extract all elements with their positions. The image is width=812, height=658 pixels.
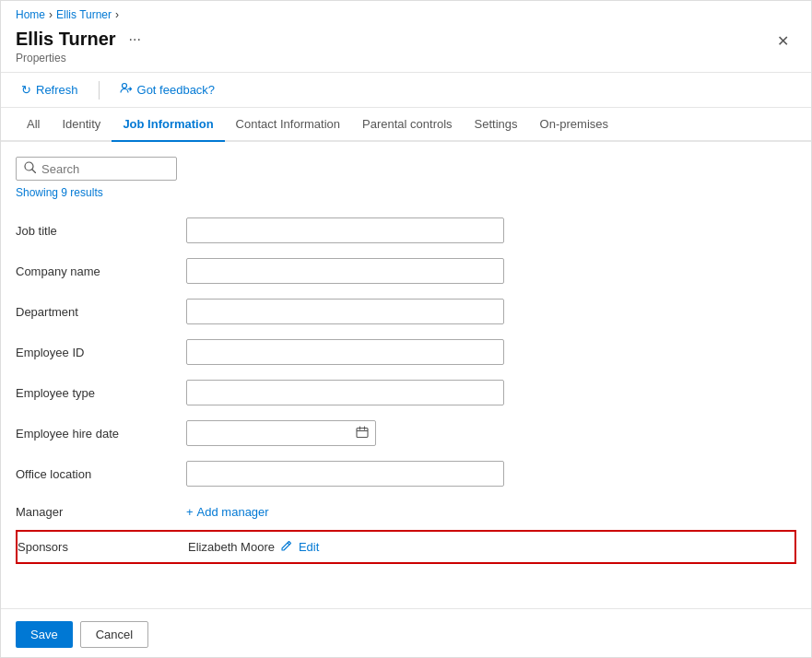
manager-row: Manager + Add manager bbox=[16, 494, 796, 530]
company-name-label: Company name bbox=[16, 264, 186, 278]
office-location-row: Office location bbox=[16, 453, 796, 494]
employee-type-field bbox=[186, 380, 504, 405]
employee-type-row: Employee type bbox=[16, 372, 796, 413]
toolbar: ↻ Refresh Got feedback? bbox=[1, 72, 811, 108]
tab-identity[interactable]: Identity bbox=[51, 108, 112, 142]
breadcrumb: Home › Ellis Turner › bbox=[1, 1, 811, 25]
add-manager-button[interactable]: + Add manager bbox=[186, 501, 269, 523]
tab-parental-controls[interactable]: Parental controls bbox=[351, 108, 464, 142]
job-title-label: Job title bbox=[16, 224, 186, 238]
employee-type-input[interactable] bbox=[186, 380, 504, 405]
tab-on-premises[interactable]: On-premises bbox=[529, 108, 619, 142]
feedback-icon bbox=[120, 82, 133, 98]
sponsors-value: Elizabeth Moore Edit bbox=[188, 539, 319, 555]
sponsors-label: Sponsors bbox=[18, 540, 188, 554]
company-name-row: Company name bbox=[16, 251, 796, 291]
office-location-label: Office location bbox=[16, 467, 186, 481]
tab-settings[interactable]: Settings bbox=[464, 108, 529, 142]
page-title: Ellis Turner bbox=[16, 29, 116, 50]
employee-hire-date-row: Employee hire date bbox=[16, 413, 796, 453]
header-left: Ellis Turner ··· Properties bbox=[16, 29, 147, 65]
header: Ellis Turner ··· Properties ✕ bbox=[1, 25, 811, 72]
employee-hire-date-wrapper bbox=[186, 420, 376, 446]
svg-line-7 bbox=[288, 543, 289, 545]
svg-rect-3 bbox=[357, 428, 368, 437]
job-title-row: Job title bbox=[16, 210, 796, 251]
sponsors-row: Sponsors Elizabeth Moore Edit bbox=[16, 530, 796, 564]
close-button[interactable]: ✕ bbox=[770, 29, 796, 53]
results-count: Showing 9 results bbox=[16, 186, 796, 199]
employee-id-label: Employee ID bbox=[16, 346, 186, 359]
breadcrumb-sep2: › bbox=[115, 8, 119, 21]
add-icon: + bbox=[186, 505, 194, 519]
department-label: Department bbox=[16, 305, 186, 319]
job-title-input[interactable] bbox=[186, 217, 504, 243]
cancel-button[interactable]: Cancel bbox=[80, 621, 148, 648]
company-name-field bbox=[186, 258, 504, 284]
properties-label: Properties bbox=[16, 52, 147, 65]
add-manager-label: Add manager bbox=[197, 505, 269, 519]
sponsors-edit-link[interactable]: Edit bbox=[299, 540, 319, 554]
sponsors-person-name: Elizabeth Moore bbox=[188, 540, 275, 554]
employee-hire-date-input[interactable] bbox=[186, 420, 376, 446]
search-icon bbox=[24, 161, 36, 176]
save-button[interactable]: Save bbox=[16, 621, 73, 648]
content-area: Showing 9 results Job title Company name… bbox=[1, 142, 811, 579]
employee-id-field bbox=[186, 339, 504, 365]
svg-point-0 bbox=[122, 84, 126, 88]
more-options-button[interactable]: ··· bbox=[124, 29, 147, 50]
company-name-input[interactable] bbox=[186, 258, 504, 284]
refresh-label: Refresh bbox=[36, 83, 78, 97]
department-row: Department bbox=[16, 291, 796, 332]
tab-job-information[interactable]: Job Information bbox=[112, 108, 224, 142]
department-field bbox=[186, 299, 504, 324]
refresh-button[interactable]: ↻ Refresh bbox=[16, 79, 84, 100]
tab-all[interactable]: All bbox=[16, 108, 51, 142]
employee-id-row: Employee ID bbox=[16, 332, 796, 372]
edit-pencil-icon bbox=[280, 539, 293, 555]
refresh-icon: ↻ bbox=[21, 83, 31, 97]
department-input[interactable] bbox=[186, 299, 504, 324]
feedback-label: Got feedback? bbox=[137, 83, 216, 97]
tabs: All Identity Job Information Contact Inf… bbox=[1, 108, 811, 142]
breadcrumb-person[interactable]: Ellis Turner bbox=[56, 8, 112, 21]
employee-hire-date-label: Employee hire date bbox=[16, 427, 186, 441]
title-row: Ellis Turner ··· bbox=[16, 29, 147, 50]
svg-line-2 bbox=[32, 170, 36, 173]
breadcrumb-home[interactable]: Home bbox=[16, 8, 45, 21]
office-location-input[interactable] bbox=[186, 461, 504, 487]
breadcrumb-sep1: › bbox=[49, 8, 53, 21]
header-title-group: Ellis Turner ··· Properties bbox=[16, 29, 147, 65]
calendar-icon[interactable] bbox=[356, 426, 369, 441]
page-wrapper: Home › Ellis Turner › Ellis Turner ··· P… bbox=[0, 0, 812, 658]
tab-contact-information[interactable]: Contact Information bbox=[225, 108, 351, 142]
feedback-button[interactable]: Got feedback? bbox=[114, 78, 221, 101]
employee-id-input[interactable] bbox=[186, 339, 504, 365]
job-title-field bbox=[186, 217, 504, 243]
bottom-divider bbox=[1, 608, 811, 609]
toolbar-separator bbox=[99, 81, 100, 100]
office-location-field bbox=[186, 461, 504, 487]
search-input[interactable] bbox=[41, 162, 169, 176]
footer: Save Cancel bbox=[1, 612, 811, 657]
search-box bbox=[16, 157, 177, 181]
employee-type-label: Employee type bbox=[16, 386, 186, 400]
manager-label: Manager bbox=[16, 505, 186, 519]
